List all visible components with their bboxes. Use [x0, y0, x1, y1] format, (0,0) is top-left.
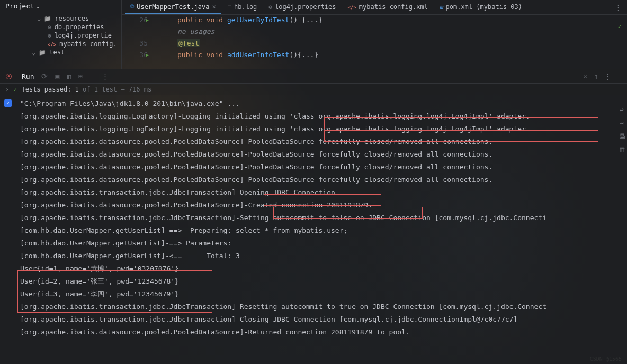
- chevron-down-icon: [37, 15, 41, 22]
- run-label: Run: [22, 72, 34, 80]
- console-line: [com.hb.dao.UserMapper.getUserList]-<== …: [20, 250, 627, 262]
- text-icon: [228, 3, 231, 11]
- tree-file-mybatis-config[interactable]: mybatis-config.: [0, 40, 121, 48]
- maven-icon: [440, 3, 443, 11]
- console-line: [org.apache.ibatis.datasource.pooled.Poo…: [20, 135, 627, 148]
- minimize-icon[interactable]: —: [617, 72, 622, 80]
- console-line: [org.apache.ibatis.datasource.pooled.Poo…: [20, 174, 627, 186]
- console-line: [org.apache.ibatis.logging.LogFactory]-L…: [20, 123, 627, 135]
- console-output[interactable]: "C:\Program Files\Java\jdk1.8.0_201\bin\…: [0, 95, 627, 364]
- right-gutter: ↩ ⇥ 🖶 🗑: [616, 106, 627, 153]
- tests-passed-label: Tests passed: 1 of 1 test – 716 ms: [21, 86, 151, 93]
- close-icon[interactable]: ×: [212, 3, 216, 11]
- tab-pom[interactable]: pom.xml (mybatis-03): [434, 0, 527, 14]
- console-line: [org.apache.ibatis.transaction.jdbc.Jdbc…: [20, 301, 627, 313]
- tree-file-log4j-properties[interactable]: log4j.propertie: [0, 31, 121, 40]
- delete-icon[interactable]: 🗑: [619, 145, 625, 153]
- debug-pane-icon[interactable]: ⦿: [5, 72, 12, 80]
- tree-folder-test[interactable]: test: [0, 48, 121, 57]
- console-line: User{id=1, name='黄博', pwd='03207076'}: [20, 262, 627, 275]
- chevron-down-icon: [32, 49, 35, 56]
- console-line: [org.apache.ibatis.datasource.pooled.Poo…: [20, 326, 627, 339]
- console-line: [com.hb.dao.UserMapper.getUserList]-==> …: [20, 224, 627, 237]
- tab-usermappertest[interactable]: UserMapperTest.java×: [125, 0, 221, 14]
- layout-icon[interactable]: ⊞: [78, 72, 83, 80]
- editor-tabs: UserMapperTest.java× hb.log log4j.proper…: [122, 0, 627, 15]
- print-icon[interactable]: 🖶: [619, 132, 625, 140]
- expand-icon[interactable]: [5, 86, 9, 93]
- toggle-icon[interactable]: ◧: [67, 72, 71, 80]
- console-line: [org.apache.ibatis.transaction.jdbc.Jdbc…: [20, 313, 627, 326]
- class-icon: [130, 3, 134, 11]
- console-line: User{id=3, name='李四', pwd='12345679'}: [20, 288, 627, 301]
- tree-folder-resources[interactable]: resources: [0, 14, 121, 23]
- gutter: 26 35 36: [122, 15, 156, 69]
- console-line: [org.apache.ibatis.logging.LogFactory]-L…: [20, 110, 627, 123]
- close-panel-icon[interactable]: ×: [584, 72, 588, 80]
- more-icon[interactable]: [604, 72, 611, 80]
- more-tabs-icon[interactable]: ⋮: [610, 3, 627, 11]
- bookmark-icon[interactable]: [4, 99, 12, 107]
- stop-icon[interactable]: ▣: [55, 72, 59, 80]
- xml-icon: [48, 40, 56, 48]
- gear-icon: [48, 32, 51, 39]
- console-line: [org.apache.ibatis.datasource.pooled.Poo…: [20, 161, 627, 174]
- console-line: "C:\Program Files\Java\jdk1.8.0_201\bin\…: [20, 97, 627, 110]
- tree-file-db-properties[interactable]: db.properties: [0, 23, 121, 31]
- console-line: [org.apache.ibatis.datasource.pooled.Poo…: [20, 148, 627, 161]
- soft-wrap-icon[interactable]: ↩: [620, 106, 624, 114]
- run-toolbar: ⦿ Run ▣ ◧ ⊞ × —: [0, 69, 627, 84]
- console-line: [org.apache.ibatis.transaction.jdbc.Jdbc…: [20, 212, 627, 224]
- check-icon: [13, 86, 17, 93]
- xml-icon: [348, 3, 356, 11]
- code-editor[interactable]: 26 35 36 public void getUserByIdTest() {…: [122, 15, 627, 69]
- more-icon[interactable]: [102, 72, 109, 80]
- chevron-down-icon: ⌄: [37, 3, 40, 9]
- gear-icon: [268, 3, 272, 11]
- folder-icon: [44, 15, 51, 22]
- rerun-icon[interactable]: [41, 72, 48, 80]
- layout-split-icon[interactable]: [594, 72, 598, 80]
- scroll-end-icon[interactable]: ⇥: [620, 119, 624, 127]
- tab-hblog[interactable]: hb.log: [222, 0, 263, 14]
- tab-log4j[interactable]: log4j.properties: [263, 0, 341, 14]
- console-line: [org.apache.ibatis.datasource.pooled.Poo…: [20, 199, 627, 212]
- folder-icon: [39, 49, 46, 56]
- project-sidebar: Project⌄ resources db.properties log4j.p…: [0, 0, 122, 69]
- inspection-check-icon[interactable]: [618, 21, 622, 32]
- console-line: [org.apache.ibatis.transaction.jdbc.Jdbc…: [20, 186, 627, 199]
- tab-mybatis-config[interactable]: mybatis-config.xml: [343, 0, 433, 14]
- gear-icon: [48, 23, 51, 31]
- console-line: User{id=2, name='张三', pwd='12345678'}: [20, 275, 627, 288]
- project-header[interactable]: Project⌄: [0, 0, 121, 12]
- console-line: [com.hb.dao.UserMapper.getUserList]-==> …: [20, 237, 627, 250]
- tests-status-bar: Tests passed: 1 of 1 test – 716 ms: [0, 84, 627, 95]
